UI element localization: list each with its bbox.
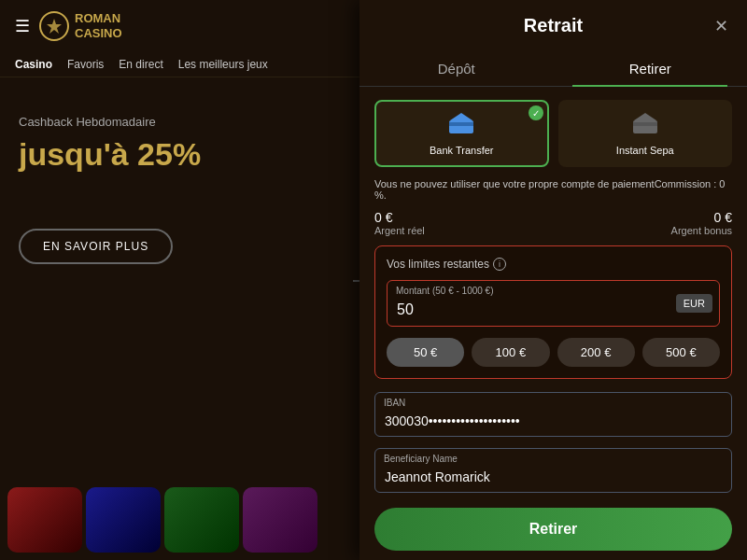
game-thumb-2[interactable] xyxy=(86,487,161,553)
balance-real-amount: 0 € xyxy=(374,210,425,225)
cashback-section: Cashback Hebdomadaire jusqu'à 25% EN SAV… xyxy=(0,77,364,283)
selected-checkmark: ✓ xyxy=(529,105,543,120)
game-thumb-3[interactable] xyxy=(164,487,239,553)
limits-box: Vos limites restantes i Montant (50 € - … xyxy=(374,245,732,379)
nav-favoris[interactable]: Favoris xyxy=(67,58,104,71)
balance-row: 0 € Argent réel 0 € Argent bonus xyxy=(374,210,732,236)
beneficiary-label: Beneficiary Name xyxy=(384,454,458,464)
balance-bonus-label: Argent bonus xyxy=(671,225,732,236)
modal-header: Retrait ✕ xyxy=(359,0,747,51)
casino-background: ☰ ROMAN CASINO Casino Favoris En direct … xyxy=(0,0,364,560)
payment-notice: Vous ne pouvez utiliser que votre propre… xyxy=(374,178,732,201)
svg-marker-6 xyxy=(634,113,656,120)
nav-meilleurs-jeux[interactable]: Les meilleurs jeux xyxy=(178,58,268,71)
game-thumb-4[interactable] xyxy=(243,487,317,553)
currency-badge: EUR xyxy=(676,294,712,313)
balance-bonus: 0 € Argent bonus xyxy=(671,210,732,236)
cashback-value: jusqu'à 25% xyxy=(19,136,345,173)
quick-100[interactable]: 100 € xyxy=(472,338,549,367)
top-bar: ☰ ROMAN CASINO xyxy=(0,0,364,52)
modal-title: Retrait xyxy=(524,15,583,36)
bank-transfer-icon xyxy=(386,111,538,141)
tab-row: Dépôt Retirer xyxy=(359,51,747,87)
amount-input-group: Montant (50 € - 1000 €) EUR xyxy=(387,280,720,327)
hamburger-icon[interactable]: ☰ xyxy=(15,16,30,36)
quick-500[interactable]: 500 € xyxy=(642,338,720,367)
info-icon[interactable]: i xyxy=(493,258,506,271)
logo-area: ROMAN CASINO xyxy=(39,11,122,41)
retirer-button[interactable]: Retirer xyxy=(374,508,732,551)
tab-depot[interactable]: Dépôt xyxy=(359,51,554,86)
logo-icon xyxy=(39,11,69,41)
iban-label: IBAN xyxy=(384,398,405,408)
nav-casino[interactable]: Casino xyxy=(15,58,52,71)
modal-body: ✓ Bank Transfer xyxy=(359,87,747,560)
learn-more-button[interactable]: EN SAVOIR PLUS xyxy=(19,229,173,264)
close-button[interactable]: ✕ xyxy=(711,12,732,40)
quick-amounts: 50 € 100 € 200 € 500 € xyxy=(387,338,720,367)
game-thumbnails xyxy=(0,480,325,560)
limits-title: Vos limites restantes i xyxy=(387,258,720,271)
nav-en-direct[interactable]: En direct xyxy=(119,58,162,71)
balance-real-label: Argent réel xyxy=(374,225,425,236)
tab-retirer[interactable]: Retirer xyxy=(554,51,748,86)
iban-input[interactable] xyxy=(374,392,732,437)
quick-50[interactable]: 50 € xyxy=(387,338,464,367)
svg-rect-5 xyxy=(633,122,657,126)
instant-sepa-label: Instant Sepa xyxy=(570,145,722,156)
svg-rect-2 xyxy=(449,122,473,126)
balance-real: 0 € Argent réel xyxy=(374,210,425,236)
quick-200[interactable]: 200 € xyxy=(557,338,635,367)
balance-bonus-amount: 0 € xyxy=(671,210,732,225)
logo-text: ROMAN CASINO xyxy=(75,11,122,40)
retrait-modal: Retrait ✕ Dépôt Retirer ✓ Bank Transfer xyxy=(359,0,747,560)
instant-sepa-icon xyxy=(570,111,722,141)
payment-bank-transfer[interactable]: ✓ Bank Transfer xyxy=(374,100,549,167)
beneficiary-group: Beneficiary Name xyxy=(374,448,732,493)
svg-marker-0 xyxy=(47,19,62,34)
payment-instant-sepa[interactable]: Instant Sepa xyxy=(558,100,733,167)
bank-transfer-label: Bank Transfer xyxy=(386,145,538,156)
nav-bar: Casino Favoris En direct Les meilleurs j… xyxy=(0,52,364,77)
iban-group: IBAN xyxy=(374,392,732,437)
amount-field-label: Montant (50 € - 1000 €) xyxy=(396,286,494,296)
game-thumb-1[interactable] xyxy=(7,487,82,553)
svg-marker-3 xyxy=(450,113,472,120)
payment-methods: ✓ Bank Transfer xyxy=(374,100,732,167)
cashback-label: Cashback Hebdomadaire xyxy=(19,115,345,129)
